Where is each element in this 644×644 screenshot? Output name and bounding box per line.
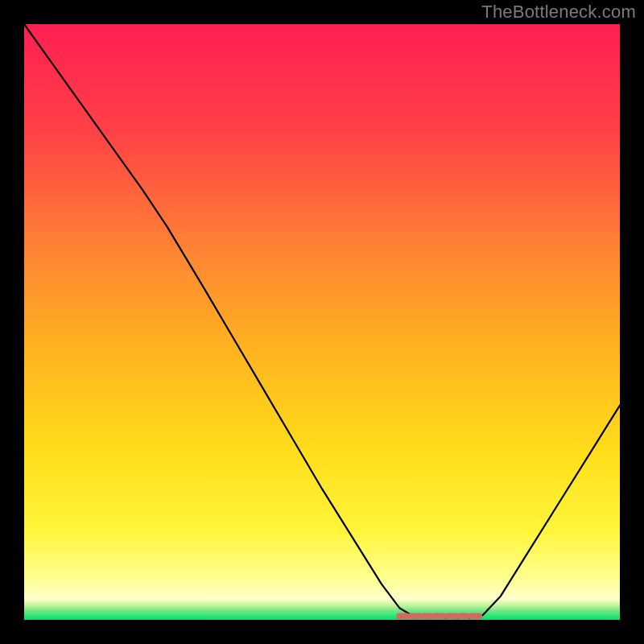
chart-background <box>24 24 620 620</box>
watermark-text: TheBottleneck.com <box>481 2 636 23</box>
chart-container: TheBottleneck.com <box>0 0 644 644</box>
chart-svg <box>0 0 644 644</box>
